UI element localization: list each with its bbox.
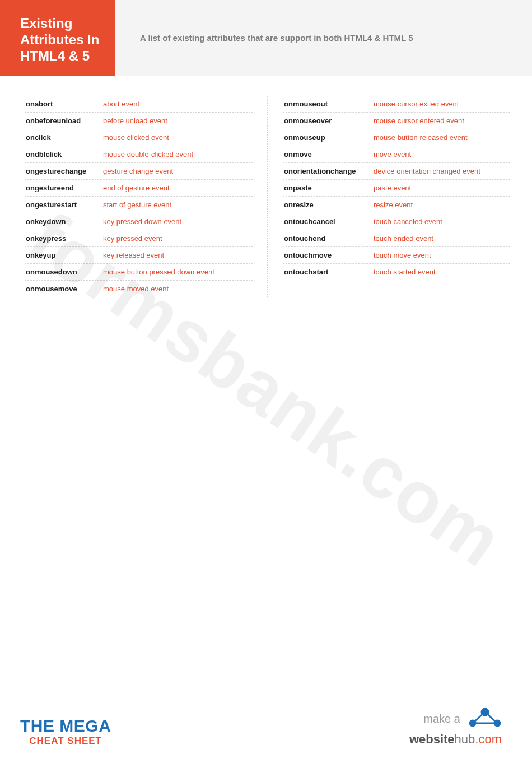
mega-cheat-sheet-logo: THE MEGA CHEAT SHEET xyxy=(20,716,111,747)
attribute-row: ongesturestartstart of gesture event xyxy=(25,197,253,213)
title-line-2: Attributes In xyxy=(20,32,103,48)
attribute-row: onresizeresize event xyxy=(283,197,510,213)
attributes-column-left: onabortabort eventonbeforeunloadbefore u… xyxy=(25,96,268,297)
attribute-row: ontouchendtouch ended event xyxy=(283,230,510,247)
subtitle: A list of existing attributes that are s… xyxy=(115,0,532,76)
mega-line1: THE MEGA xyxy=(20,716,111,736)
attribute-name: onkeypress xyxy=(26,234,103,243)
mega-line2: CHEAT SHEET xyxy=(20,736,111,747)
svg-point-3 xyxy=(470,720,475,726)
attribute-name: onmove xyxy=(284,150,374,159)
attribute-name: onmouseup xyxy=(284,133,374,142)
footer: THE MEGA CHEAT SHEET make a websitehub xyxy=(20,706,502,747)
attribute-row: onmouseovermouse cursor entered event xyxy=(283,113,510,129)
attribute-name: onresize xyxy=(284,201,374,209)
attribute-description: abort event xyxy=(103,100,139,108)
attribute-row: ontouchcanceltouch canceled event xyxy=(283,213,510,230)
content-area: formsbank.com onabortabort eventonbefore… xyxy=(0,76,532,297)
hub-line1: make a xyxy=(423,713,460,725)
hub-dotcom: .com xyxy=(475,732,502,746)
attribute-name: onmouseout xyxy=(284,100,374,108)
attribute-description: start of gesture event xyxy=(103,201,171,209)
attribute-description: key released event xyxy=(103,251,164,259)
hub-brand: websitehub.com xyxy=(409,732,502,747)
attribute-name: onbeforeunload xyxy=(26,117,103,125)
attribute-row: onmouseoutmouse cursor exited event xyxy=(283,96,510,113)
attribute-name: ontouchstart xyxy=(284,268,374,276)
network-icon xyxy=(467,706,502,732)
attribute-row: onpastepaste event xyxy=(283,180,510,197)
websitehub-logo: make a websitehub.com xyxy=(409,706,502,747)
attribute-row: onbeforeunloadbefore unload event xyxy=(25,113,253,129)
attribute-row: ongesturechangegesture change event xyxy=(25,163,253,180)
attribute-row: onmousemovemouse moved event xyxy=(25,281,253,297)
attribute-description: mouse double-clicked event xyxy=(103,150,193,159)
attribute-row: onmousedownmouse button pressed down eve… xyxy=(25,264,253,281)
title-line-3: HTML4 & 5 xyxy=(20,48,103,64)
attribute-description: end of gesture event xyxy=(103,184,170,192)
attribute-description: mouse clicked event xyxy=(103,133,169,142)
attribute-description: mouse cursor exited event xyxy=(374,100,459,108)
attribute-row: ongestureendend of gesture event xyxy=(25,180,253,197)
attribute-description: key pressed down event xyxy=(103,217,181,226)
attribute-row: onabortabort event xyxy=(25,96,253,113)
attribute-name: ongestureend xyxy=(26,184,103,192)
attribute-name: onorientationchange xyxy=(284,167,374,175)
attribute-row: ontouchmovetouch move event xyxy=(283,247,510,264)
attribute-row: onmouseupmouse button released event xyxy=(283,129,510,146)
attribute-name: onabort xyxy=(26,100,103,108)
attribute-row: onkeypresskey pressed event xyxy=(25,230,253,247)
attribute-row: onmovemove event xyxy=(283,146,510,163)
hub-brand-bold: website xyxy=(409,732,455,746)
attribute-row: onclickmouse clicked event xyxy=(25,129,253,146)
attribute-name: ontouchend xyxy=(284,234,374,243)
attribute-name: ondblclick xyxy=(26,150,103,159)
attribute-name: onkeydown xyxy=(26,217,103,226)
attribute-name: onmousedown xyxy=(26,268,103,276)
attribute-name: onmouseover xyxy=(284,117,374,125)
hub-brand-rest: hub xyxy=(455,732,475,746)
svg-point-4 xyxy=(482,709,488,715)
attribute-description: mouse button pressed down event xyxy=(103,268,214,276)
attributes-column-right: onmouseoutmouse cursor exited eventonmou… xyxy=(267,96,510,297)
attribute-name: ongesturechange xyxy=(26,167,103,175)
attribute-description: paste event xyxy=(374,184,411,192)
attribute-description: mouse moved event xyxy=(103,285,169,293)
header-bar: Existing Attributes In HTML4 & 5 A list … xyxy=(0,0,532,76)
attribute-name: ontouchcancel xyxy=(284,217,374,226)
attribute-name: onpaste xyxy=(284,184,374,192)
attribute-name: onclick xyxy=(26,133,103,142)
attribute-row: onkeydownkey pressed down event xyxy=(25,213,253,230)
attribute-name: onmousemove xyxy=(26,285,103,293)
attribute-description: mouse cursor entered event xyxy=(374,117,464,125)
title-line-1: Existing xyxy=(20,16,103,32)
attribute-row: onorientationchangedevice orientation ch… xyxy=(283,163,510,180)
attribute-description: gesture change event xyxy=(103,167,173,175)
attribute-description: touch ended event xyxy=(374,234,433,243)
attribute-row: onkeyupkey released event xyxy=(25,247,253,264)
attribute-name: ontouchmove xyxy=(284,251,374,259)
attribute-name: ongesturestart xyxy=(26,201,103,209)
attribute-row: ontouchstarttouch started event xyxy=(283,264,510,280)
attribute-description: device orientation changed event xyxy=(374,167,480,175)
svg-point-5 xyxy=(494,720,500,726)
attribute-description: before unload event xyxy=(103,117,167,125)
attribute-name: onkeyup xyxy=(26,251,103,259)
attribute-row: ondblclickmouse double-clicked event xyxy=(25,146,253,163)
attribute-description: move event xyxy=(374,150,411,159)
attribute-description: mouse button released event xyxy=(374,133,468,142)
attribute-description: touch canceled event xyxy=(374,217,442,226)
attribute-description: touch started event xyxy=(374,268,436,276)
attribute-description: key pressed event xyxy=(103,234,162,243)
attribute-description: touch move event xyxy=(374,251,431,259)
title-block: Existing Attributes In HTML4 & 5 xyxy=(0,0,115,76)
attribute-description: resize event xyxy=(374,201,413,209)
